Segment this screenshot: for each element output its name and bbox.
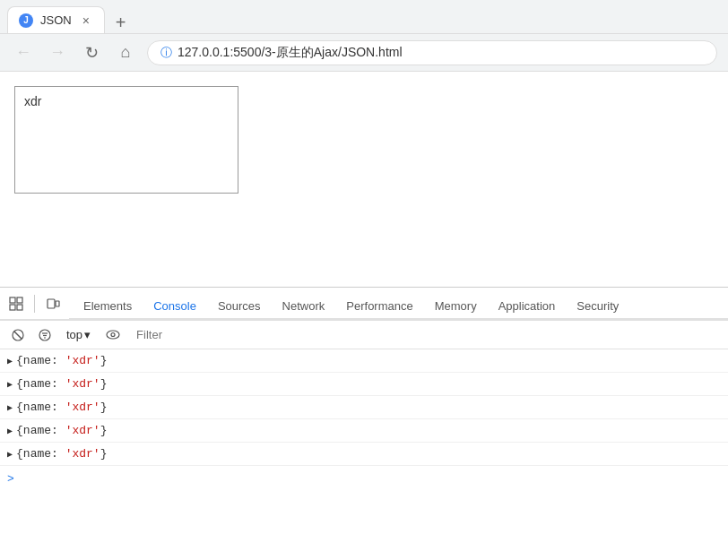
tab-favicon: J (19, 13, 33, 28)
tab-application[interactable]: Application (488, 294, 567, 320)
console-dropdown-arrow: ▾ (84, 328, 91, 341)
tab-memory[interactable]: Memory (424, 294, 488, 320)
console-context-selector[interactable]: top ▾ (61, 325, 96, 344)
console-entry: {name: 'xdr'} (16, 447, 107, 461)
console-prompt-icon: > (7, 472, 14, 486)
console-entry: {name: 'xdr'} (16, 424, 107, 437)
address-bar-row: ← → ↻ ⌂ ⓘ 127.0.0.1:5500/3-原生的Ajax/JSON.… (0, 34, 728, 72)
svg-rect-1 (17, 297, 22, 303)
devtools-tabs: Elements Console Sources Network Perform… (69, 288, 728, 320)
devtools-separator (34, 295, 35, 313)
svg-rect-5 (56, 301, 59, 306)
devtools-panel: Elements Console Sources Network Perform… (0, 287, 728, 524)
console-row[interactable]: ▶ {name: 'xdr'} (0, 349, 728, 373)
console-entry: {name: 'xdr'} (16, 377, 107, 391)
console-row[interactable]: ▶ {name: 'xdr'} (0, 419, 728, 443)
content-box: xdr (14, 86, 238, 194)
svg-rect-4 (48, 299, 55, 308)
devtools-inspect-button[interactable] (4, 293, 29, 314)
tab-title: JSON (40, 13, 72, 27)
svg-point-12 (107, 331, 119, 339)
console-filter-input[interactable] (130, 325, 721, 344)
tab-sources[interactable]: Sources (207, 294, 272, 320)
content-text: xdr (24, 94, 41, 108)
console-row[interactable]: ▶ {name: 'xdr'} (0, 443, 728, 466)
tab-console[interactable]: Console (143, 294, 207, 320)
new-tab-button[interactable]: + (108, 13, 134, 33)
tab-area: J JSON × + (7, 0, 134, 33)
reload-button[interactable]: ↻ (79, 40, 104, 65)
browser-titlebar: J JSON × + (0, 0, 728, 34)
console-entry: {name: 'xdr'} (16, 401, 107, 414)
svg-rect-0 (10, 297, 15, 303)
svg-point-13 (111, 333, 115, 337)
console-toolbar: top ▾ (0, 321, 728, 349)
svg-rect-3 (17, 305, 22, 310)
console-prompt-row[interactable]: > (0, 466, 728, 491)
tab-performance[interactable]: Performance (335, 294, 423, 320)
console-eye-button[interactable] (101, 327, 125, 342)
svg-line-7 (14, 332, 22, 339)
console-filter-button[interactable] (34, 326, 56, 344)
expand-arrow[interactable]: ▶ (7, 402, 13, 413)
console-clear-button[interactable] (7, 326, 29, 344)
tab-close-button[interactable]: × (79, 12, 93, 30)
tab-security[interactable]: Security (566, 294, 629, 320)
expand-arrow[interactable]: ▶ (7, 379, 13, 390)
browser-tab[interactable]: J JSON × (7, 6, 105, 33)
console-entry: {name: 'xdr'} (16, 354, 107, 367)
console-row[interactable]: ▶ {name: 'xdr'} (0, 373, 728, 396)
address-url: 127.0.0.1:5500/3-原生的Ajax/JSON.html (178, 45, 704, 61)
console-top-label: top (66, 328, 82, 341)
console-row[interactable]: ▶ {name: 'xdr'} (0, 396, 728, 419)
expand-arrow[interactable]: ▶ (7, 426, 13, 436)
devtools-device-button[interactable] (40, 293, 65, 314)
expand-arrow[interactable]: ▶ (7, 449, 13, 460)
devtools-toolbar (0, 288, 69, 320)
tab-elements[interactable]: Elements (73, 294, 143, 320)
expand-arrow[interactable]: ▶ (7, 356, 13, 366)
svg-rect-2 (10, 305, 15, 310)
forward-button[interactable]: → (45, 40, 70, 65)
tab-network[interactable]: Network (272, 294, 336, 320)
back-button[interactable]: ← (11, 40, 36, 65)
address-bar[interactable]: ⓘ 127.0.0.1:5500/3-原生的Ajax/JSON.html (147, 40, 717, 65)
address-lock-icon: ⓘ (160, 45, 172, 61)
page-content: xdr (0, 72, 728, 287)
home-button[interactable]: ⌂ (113, 40, 138, 65)
console-output: ▶ {name: 'xdr'} ▶ {name: 'xdr'} ▶ {name:… (0, 349, 728, 524)
